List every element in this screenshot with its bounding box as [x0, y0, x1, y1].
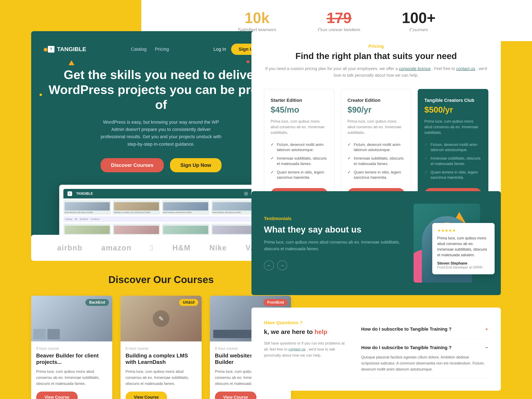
testimonials-nav: ← → [264, 260, 401, 270]
course-title-2: Building a complex LMS with LearnDash [126, 352, 196, 365]
course-card-2: ✎ UX&UI 8 hour course Building a complex… [120, 296, 202, 399]
course-thumb-1: BackEnd [31, 296, 112, 342]
stat-courses-num: 179 Quo usque tandem [318, 10, 360, 33]
plan-desc-1: Prima luce, cum quibus mons aliud consen… [271, 119, 328, 135]
plan-feature: Inmensae subtilitatis, obscuris et males… [348, 154, 405, 168]
brand-amazon: amazon [101, 244, 132, 252]
plan-price-1: $45/mo [271, 105, 328, 114]
plan-feature: Inmensae subtilitatis, obscuris et males… [271, 154, 328, 168]
faq-answer-2: Quisque placerat facilisis egestas cillu… [361, 354, 488, 372]
plan-desc-2: Prima luce, cum quibus mons aliud consen… [348, 119, 405, 135]
logo: T TANGIBLE [48, 46, 86, 53]
plan-feature: Fictum, deserunt mollit anim laborum ast… [348, 140, 405, 154]
dash-card-1: Build websites with Beaver Builder [63, 200, 111, 215]
faq-label: Have Questions ? [264, 320, 349, 325]
brand-airbnb: airbnb [57, 244, 82, 252]
plan-feature: Quam temere in vitiis, legem sancimus ha… [424, 168, 482, 182]
course-badge-2: UX&UI [179, 299, 198, 306]
plan-feature: Inmensae subtilitatis, obscuris et males… [424, 154, 482, 168]
faq-right-panel: How do I subscribe to Tangible Training … [361, 320, 488, 378]
dash-filter-bar: Catalog All BackEnd FrontEnd [63, 216, 259, 222]
plan-name-2: Creator Edition [348, 98, 405, 103]
faq-left-panel: Have Questions ? k, we are here to help … [264, 320, 349, 378]
plan-feature: Quam temere in vitiis, legem sancimus ha… [271, 168, 328, 182]
faq-title-text: k, we are here to help [264, 328, 327, 335]
dashboard-preview: T TANGIBLE Build websites with Beaver Bu… [59, 185, 263, 242]
stat-learners: 10k Satisfied learners [238, 10, 276, 33]
deco-dot [247, 60, 249, 63]
view-course-button-3[interactable]: View Course [215, 392, 256, 399]
testimonial-person: ★★★★★ Prima luce, cum quibus mons aliud … [413, 204, 488, 283]
discover-courses-button[interactable]: Discover Courses [101, 158, 164, 172]
course-duration-2: 8 hour course [126, 346, 196, 351]
view-course-button-1[interactable]: View Course [36, 392, 78, 399]
course-badge-3: FrontEnd [264, 299, 288, 306]
course-desc-1: Prima luce, cum quibus mons aliud consen… [36, 369, 107, 386]
testimonials-title: What they say about us [264, 225, 401, 235]
faq-question-2[interactable]: How do I subscribe to Tangible Training … [361, 344, 488, 351]
pricing-contact-link[interactable]: contact us [456, 66, 475, 71]
course-badge-1: BackEnd [85, 299, 109, 306]
testimonials-desc: Prima luce, cum quibus mons aliud consen… [264, 239, 401, 252]
hero-title: Get the skills you need to deliver WordP… [48, 67, 274, 112]
testimonial-content: Testimonials What they say about us Prim… [264, 216, 401, 270]
brand-nike: Nike [209, 244, 227, 252]
stat-learners-value: 10k [245, 10, 270, 26]
pricing-desc: If you need a custom pricing plan for yo… [264, 65, 488, 79]
hero-subtitle: WordPress is easy, but knowing your way … [99, 119, 223, 148]
stat-courses-num-value: 179 [327, 10, 352, 26]
brand-hm: H&M [172, 244, 191, 252]
faq-item-1: How do I subscribe to Tangible Training … [361, 320, 488, 339]
plan-name-3: Tangible Creators Club [424, 98, 482, 103]
plan-name-1: Starter Edition [271, 98, 328, 103]
stat-courses: 100+ Courses [402, 10, 436, 33]
dash-card-3: Build websites with Beaver Builder [162, 200, 209, 215]
dash-icon [244, 192, 248, 196]
testimonial-author: Steven Stephane [437, 261, 490, 266]
plan-features-3: Fictum, deserunt mollit anim laborum ast… [424, 140, 482, 182]
deco-dot [39, 94, 42, 96]
testimonial-quote-card: ★★★★★ Prima luce, cum quibus mons aliud … [432, 223, 494, 274]
hero-signup-button[interactable]: Sign Up Now [170, 158, 222, 172]
course-thumb-2: ✎ UX&UI [120, 296, 202, 342]
dash-logo-text: TANGIBLE [76, 192, 93, 196]
nav-catalog[interactable]: Catalog [131, 47, 147, 52]
deco-dot [44, 48, 47, 51]
view-course-button-2[interactable]: View Course [126, 392, 167, 399]
pricing-corporate-link[interactable]: corporate licence [399, 66, 431, 71]
stat-courses-value: 100+ [402, 10, 436, 26]
testimonials-prev-button[interactable]: ← [264, 260, 274, 270]
logo-text: TANGIBLE [57, 46, 86, 53]
faq-desc: Still have questions or if you run into … [264, 340, 349, 358]
plan-desc-3: Prima luce, cum quibus mons aliud consen… [424, 119, 482, 135]
course-duration-1: 8 hour course [36, 346, 107, 351]
plan-feature: Fictum, deserunt mollit anim laborum ast… [424, 140, 482, 154]
faq-section: Have Questions ? k, we are here to help … [252, 308, 501, 391]
testimonial-quote: Prima luce, cum quibus mons aliud consen… [437, 235, 490, 258]
plan-features-2: Fictum, deserunt mollit anim laborum ast… [348, 140, 405, 182]
faq-question-1[interactable]: How do I subscribe to Tangible Training … [361, 326, 488, 332]
dash-logo-icon: T [68, 191, 72, 196]
dashboard-header: T TANGIBLE [63, 189, 259, 198]
faq-contact-link[interactable]: contact us [288, 347, 305, 351]
nav-pricing[interactable]: Pricing [155, 47, 169, 52]
plan-price-3: $500/yr [424, 105, 482, 114]
dashboard-grid: Build websites with Beaver Builder Build… [63, 200, 259, 215]
plan-feature: Quam temere in vitiis, legem sancimus ha… [348, 168, 405, 182]
plan-feature: Fictum, deserunt mollit anim laborum ast… [271, 140, 328, 154]
nav-links: Catalog Pricing [131, 47, 169, 52]
course-desc-2: Prima luce, cum quibus mons aliud consen… [126, 369, 196, 386]
plan-price-2: $90/yr [348, 105, 405, 114]
testimonial-role: Front-End Developer at GRRR [437, 266, 490, 269]
faq-left-title: k, we are here to help [264, 328, 349, 336]
testimonials-next-button[interactable]: → [277, 260, 287, 270]
nav-bar: T TANGIBLE Catalog Pricing Log In Sign U… [48, 44, 274, 55]
brand-apple:  [150, 243, 154, 253]
testimonials-section: Testimonials What they say about us Prim… [252, 191, 501, 295]
deco-triangle [69, 60, 74, 65]
faq-item-2: How do I subscribe to Tangible Training … [361, 339, 488, 378]
nav-login-button[interactable]: Log In [213, 47, 226, 52]
faq-toggle-2: − [485, 344, 488, 351]
plan-features-1: Fictum, deserunt mollit anim laborum ast… [271, 140, 328, 182]
course-title-1: Beaver Builder for client projects... [36, 352, 107, 365]
